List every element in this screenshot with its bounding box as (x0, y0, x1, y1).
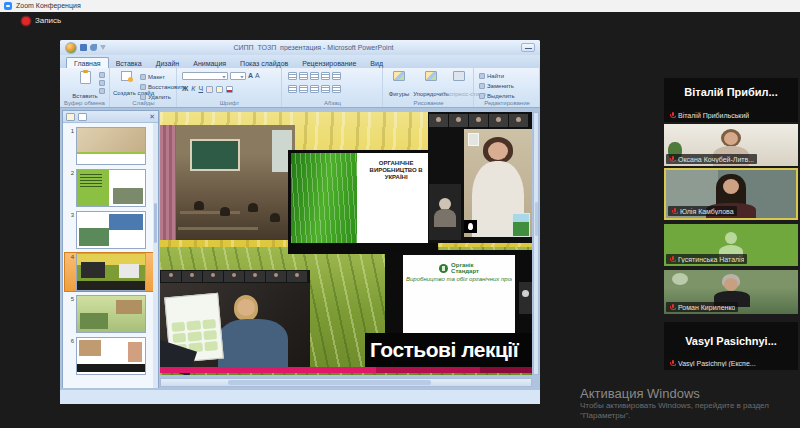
qat-more-icon[interactable] (100, 45, 106, 50)
ppt-titlebar[interactable]: СИПП_ТОЗП_презентация - Microsoft PowerP… (60, 40, 540, 55)
save-icon[interactable] (80, 44, 87, 51)
bold-button[interactable]: Ж (182, 85, 188, 93)
format-painter-icon[interactable] (99, 88, 105, 94)
video-thumbnail (489, 114, 508, 127)
slide-thumbnail[interactable] (76, 169, 146, 207)
window-title: Zoom Конференция (16, 2, 81, 10)
speaker-face (488, 142, 508, 160)
h-scroll-thumb[interactable] (228, 380, 432, 385)
char-spacing-button[interactable] (216, 86, 223, 93)
participant-tile[interactable]: Гусятинська Наталія (664, 224, 798, 266)
slide-thumbnail[interactable] (76, 211, 146, 249)
green-book (512, 213, 530, 237)
delete-icon (140, 94, 146, 100)
shapes-button[interactable]: Фигуры (384, 71, 414, 100)
minimize-button[interactable] (521, 43, 535, 52)
tab-view[interactable]: Вид (363, 58, 390, 68)
slide-number: 4 (65, 253, 74, 260)
slide-thumbnail-row[interactable]: 3 (65, 211, 156, 249)
slide-thumbnail[interactable] (76, 253, 146, 291)
align-center-icon[interactable] (299, 85, 308, 93)
slide-number: 1 (65, 127, 74, 134)
slide-thumbnail-row-active[interactable]: 4 (65, 253, 156, 291)
chalkboard (190, 139, 240, 171)
zoom-client-area: Запись СИПП_ТОЗП_презентация - Microsoft… (0, 12, 800, 428)
italic-button[interactable]: К (191, 85, 195, 93)
find-icon (479, 73, 485, 79)
line-spacing-icon[interactable] (332, 72, 341, 80)
slide-thumbnail[interactable] (76, 127, 146, 165)
slide-thumbnail-row[interactable]: 5 (65, 295, 156, 333)
ribbon-tab-strip: Главная Вставка Дизайн Анимация Показ сл… (60, 55, 540, 68)
participant-tile-active-speaker[interactable]: Юлія Камбулова (664, 168, 798, 220)
group-font: А А Ж К Ч Шрифт (178, 68, 282, 107)
align-right-icon[interactable] (310, 85, 319, 93)
ppt-window-title: СИПП_ТОЗП_презентация - Microsoft PowerP… (109, 44, 518, 51)
tab-review[interactable]: Рецензирование (295, 58, 363, 68)
font-row-top: А А (182, 72, 260, 80)
indent-increase-icon[interactable] (321, 72, 330, 80)
recording-indicator[interactable]: Запись (22, 16, 61, 25)
presenter-face (237, 299, 255, 316)
participant-face (723, 179, 739, 194)
vertical-scrollbar[interactable] (533, 112, 539, 375)
select-button[interactable]: Выделить (479, 91, 515, 100)
office-button[interactable] (65, 42, 77, 54)
text-shadow-button[interactable] (206, 86, 213, 93)
align-left-icon[interactable] (288, 85, 297, 93)
font-color-button[interactable] (226, 86, 233, 93)
record-icon (22, 17, 30, 25)
bullets-icon[interactable] (288, 72, 297, 80)
v-scroll-thumb[interactable] (535, 202, 538, 236)
slide-thumbnail[interactable] (76, 337, 146, 375)
organik-standart-slide-screenshot: Органік Стандарт Виробництво та обіг орг… (385, 250, 532, 342)
participant-label: Гусятинська Наталія (666, 254, 747, 264)
participant-tile[interactable]: Vasyl Pasichnyi... Vasyl Pasichnyi (Експ… (664, 322, 798, 370)
grow-font-button[interactable]: А (248, 72, 253, 80)
panel-scrollbar[interactable] (153, 123, 158, 388)
participant-tile[interactable]: Віталій Прибил... Віталій Прибильський (664, 78, 798, 122)
tab-slideshow[interactable]: Показ слайдов (233, 58, 295, 68)
underline-button[interactable]: Ч (198, 85, 203, 93)
close-panel-button[interactable]: ✕ (149, 113, 155, 121)
paste-button[interactable]: Вставить (68, 71, 102, 102)
numbering-icon[interactable] (299, 72, 308, 80)
slide-thumbnail[interactable] (76, 295, 146, 333)
tab-home[interactable]: Главная (66, 57, 109, 68)
arrange-icon (425, 71, 437, 81)
small-participant-video (429, 184, 461, 240)
undo-icon[interactable] (90, 44, 97, 51)
slide-title: Гостьові лекції (365, 338, 518, 362)
shrink-font-button[interactable]: А (255, 72, 260, 80)
columns-icon[interactable] (332, 85, 341, 93)
muted-mic-icon (669, 155, 676, 163)
slide-thumbnail-row[interactable]: 1 (65, 127, 156, 165)
replace-button[interactable]: Заменить (479, 81, 515, 90)
justify-icon[interactable] (321, 85, 330, 93)
indent-decrease-icon[interactable] (310, 72, 319, 80)
slide-thumbnail-row[interactable]: 6 (65, 337, 156, 375)
window-titlebar[interactable]: Zoom Конференция (0, 0, 800, 12)
participant-tile[interactable]: Роман Кириленко (664, 270, 798, 314)
organik-name-line2: Стандарт (451, 268, 479, 274)
new-slide-button[interactable]: Создать слайд (113, 71, 139, 99)
quick-styles-button[interactable]: Экспресс-стили (442, 71, 476, 100)
cut-icon[interactable] (99, 72, 105, 78)
font-name-select[interactable] (182, 72, 228, 80)
panel-scroll-thumb[interactable] (154, 203, 157, 243)
participant-tile[interactable]: Оксана Кочубей-Литв... (664, 124, 798, 166)
thumbnail-strip (161, 271, 307, 282)
find-button[interactable]: Найти (479, 71, 515, 80)
tab-design[interactable]: Дизайн (149, 58, 187, 68)
slide-thumbnail-row[interactable]: 2 (65, 169, 156, 207)
tab-animation[interactable]: Анимация (186, 58, 233, 68)
horizontal-scrollbar[interactable] (160, 378, 532, 387)
outline-tab[interactable] (78, 113, 87, 121)
slides-tab[interactable] (66, 113, 75, 121)
tab-insert[interactable]: Вставка (109, 58, 149, 68)
font-size-select[interactable] (230, 72, 246, 80)
thumb-portrait (128, 342, 142, 362)
thumb-photo (77, 128, 145, 152)
copy-icon[interactable] (99, 80, 105, 86)
drawing-group-label: Рисование (384, 100, 473, 106)
